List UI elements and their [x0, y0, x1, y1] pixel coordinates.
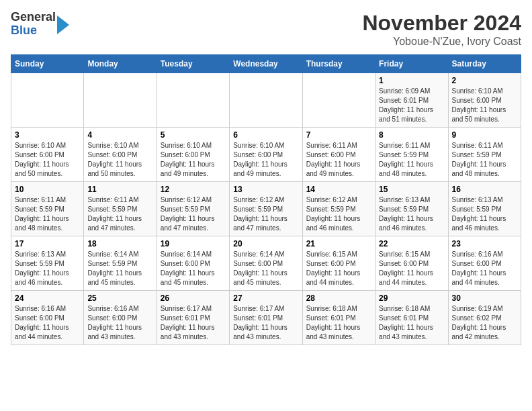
- day-info: Sunrise: 6:11 AM Sunset: 6:00 PM Dayligh…: [306, 141, 371, 179]
- logo: General Blue: [11, 11, 69, 38]
- day-info: Sunrise: 6:13 AM Sunset: 5:59 PM Dayligh…: [379, 195, 444, 233]
- calendar-cell: 21Sunrise: 6:15 AM Sunset: 6:00 PM Dayli…: [302, 236, 375, 291]
- calendar-cell: 1Sunrise: 6:09 AM Sunset: 6:01 PM Daylig…: [375, 73, 448, 128]
- calendar-week-row: 24Sunrise: 6:16 AM Sunset: 6:00 PM Dayli…: [11, 291, 521, 345]
- day-number: 3: [15, 130, 80, 140]
- calendar-cell: 16Sunrise: 6:13 AM Sunset: 5:59 PM Dayli…: [448, 182, 521, 236]
- day-info: Sunrise: 6:18 AM Sunset: 6:01 PM Dayligh…: [306, 304, 371, 342]
- calendar-cell: 27Sunrise: 6:17 AM Sunset: 6:01 PM Dayli…: [230, 291, 302, 345]
- day-number: 1: [379, 76, 444, 85]
- calendar-cell: 30Sunrise: 6:19 AM Sunset: 6:02 PM Dayli…: [448, 291, 521, 345]
- day-number: 19: [161, 239, 226, 248]
- day-info: Sunrise: 6:11 AM Sunset: 5:59 PM Dayligh…: [379, 141, 444, 179]
- day-info: Sunrise: 6:14 AM Sunset: 5:59 PM Dayligh…: [87, 250, 152, 287]
- day-number: 2: [452, 76, 517, 85]
- day-info: Sunrise: 6:15 AM Sunset: 6:00 PM Dayligh…: [306, 250, 371, 287]
- calendar-cell: 7Sunrise: 6:11 AM Sunset: 6:00 PM Daylig…: [302, 128, 375, 182]
- calendar-cell: [84, 73, 157, 128]
- weekday-header-row: SundayMondayTuesdayWednesdayThursdayFrid…: [11, 55, 521, 73]
- calendar-cell: 26Sunrise: 6:17 AM Sunset: 6:01 PM Dayli…: [157, 291, 229, 345]
- calendar-cell: 5Sunrise: 6:10 AM Sunset: 6:00 PM Daylig…: [157, 128, 229, 182]
- day-info: Sunrise: 6:16 AM Sunset: 6:00 PM Dayligh…: [87, 304, 152, 342]
- day-info: Sunrise: 6:11 AM Sunset: 5:59 PM Dayligh…: [15, 195, 80, 233]
- calendar-cell: 9Sunrise: 6:11 AM Sunset: 5:59 PM Daylig…: [448, 128, 521, 182]
- day-number: 9: [452, 130, 517, 140]
- day-number: 17: [15, 239, 80, 248]
- calendar-week-row: 17Sunrise: 6:13 AM Sunset: 5:59 PM Dayli…: [11, 236, 521, 291]
- calendar-cell: [11, 73, 84, 128]
- day-info: Sunrise: 6:19 AM Sunset: 6:02 PM Dayligh…: [452, 304, 517, 342]
- calendar-cell: 18Sunrise: 6:14 AM Sunset: 5:59 PM Dayli…: [84, 236, 157, 291]
- day-number: 11: [87, 185, 152, 194]
- day-number: 14: [306, 185, 371, 194]
- day-number: 21: [306, 239, 371, 248]
- calendar-cell: 23Sunrise: 6:16 AM Sunset: 6:00 PM Dayli…: [448, 236, 521, 291]
- day-info: Sunrise: 6:13 AM Sunset: 5:59 PM Dayligh…: [452, 195, 517, 233]
- calendar-cell: 17Sunrise: 6:13 AM Sunset: 5:59 PM Dayli…: [11, 236, 84, 291]
- day-number: 28: [306, 293, 371, 303]
- title-area: November 2024 Yoboue-N'Zue, Ivory Coast: [362, 11, 521, 48]
- page-subtitle: Yoboue-N'Zue, Ivory Coast: [362, 36, 521, 48]
- page-title: November 2024: [362, 11, 521, 36]
- calendar-week-row: 3Sunrise: 6:10 AM Sunset: 6:00 PM Daylig…: [11, 128, 521, 182]
- calendar-cell: 25Sunrise: 6:16 AM Sunset: 6:00 PM Dayli…: [84, 291, 157, 345]
- day-number: 23: [452, 239, 517, 248]
- weekday-header-wednesday: Wednesday: [230, 55, 302, 73]
- day-number: 7: [306, 130, 371, 140]
- calendar-week-row: 1Sunrise: 6:09 AM Sunset: 6:01 PM Daylig…: [11, 73, 521, 128]
- day-number: 22: [379, 239, 444, 248]
- day-info: Sunrise: 6:10 AM Sunset: 6:00 PM Dayligh…: [15, 141, 80, 179]
- calendar-cell: 4Sunrise: 6:10 AM Sunset: 6:00 PM Daylig…: [84, 128, 157, 182]
- weekday-header-monday: Monday: [84, 55, 157, 73]
- day-number: 26: [161, 293, 226, 303]
- weekday-header-sunday: Sunday: [11, 55, 84, 73]
- day-number: 15: [379, 185, 444, 194]
- day-info: Sunrise: 6:13 AM Sunset: 5:59 PM Dayligh…: [15, 250, 80, 287]
- calendar-cell: 10Sunrise: 6:11 AM Sunset: 5:59 PM Dayli…: [11, 182, 84, 236]
- weekday-header-thursday: Thursday: [302, 55, 375, 73]
- day-info: Sunrise: 6:10 AM Sunset: 6:00 PM Dayligh…: [452, 87, 517, 124]
- day-number: 29: [379, 293, 444, 303]
- day-info: Sunrise: 6:10 AM Sunset: 6:00 PM Dayligh…: [87, 141, 152, 179]
- calendar-week-row: 10Sunrise: 6:11 AM Sunset: 5:59 PM Dayli…: [11, 182, 521, 236]
- day-info: Sunrise: 6:17 AM Sunset: 6:01 PM Dayligh…: [233, 304, 298, 342]
- calendar-cell: [302, 73, 375, 128]
- day-info: Sunrise: 6:12 AM Sunset: 5:59 PM Dayligh…: [306, 195, 371, 233]
- weekday-header-saturday: Saturday: [448, 55, 521, 73]
- calendar-cell: 13Sunrise: 6:12 AM Sunset: 5:59 PM Dayli…: [230, 182, 302, 236]
- day-info: Sunrise: 6:14 AM Sunset: 6:00 PM Dayligh…: [161, 250, 226, 287]
- day-number: 8: [379, 130, 444, 140]
- day-info: Sunrise: 6:16 AM Sunset: 6:00 PM Dayligh…: [452, 250, 517, 287]
- calendar-cell: 15Sunrise: 6:13 AM Sunset: 5:59 PM Dayli…: [375, 182, 448, 236]
- logo-text: General Blue: [11, 11, 56, 38]
- day-info: Sunrise: 6:16 AM Sunset: 6:00 PM Dayligh…: [15, 304, 80, 342]
- day-number: 24: [15, 293, 80, 303]
- day-number: 16: [452, 185, 517, 194]
- calendar-cell: 8Sunrise: 6:11 AM Sunset: 5:59 PM Daylig…: [375, 128, 448, 182]
- calendar-cell: 29Sunrise: 6:18 AM Sunset: 6:01 PM Dayli…: [375, 291, 448, 345]
- weekday-header-friday: Friday: [375, 55, 448, 73]
- day-number: 10: [15, 185, 80, 194]
- day-info: Sunrise: 6:10 AM Sunset: 6:00 PM Dayligh…: [233, 141, 298, 179]
- day-number: 25: [87, 293, 152, 303]
- day-info: Sunrise: 6:18 AM Sunset: 6:01 PM Dayligh…: [379, 304, 444, 342]
- calendar-cell: 28Sunrise: 6:18 AM Sunset: 6:01 PM Dayli…: [302, 291, 375, 345]
- day-number: 20: [233, 239, 298, 248]
- day-info: Sunrise: 6:12 AM Sunset: 5:59 PM Dayligh…: [161, 195, 226, 233]
- day-number: 4: [87, 130, 152, 140]
- day-info: Sunrise: 6:10 AM Sunset: 6:00 PM Dayligh…: [161, 141, 226, 179]
- calendar-cell: 3Sunrise: 6:10 AM Sunset: 6:00 PM Daylig…: [11, 128, 84, 182]
- calendar-cell: 19Sunrise: 6:14 AM Sunset: 6:00 PM Dayli…: [157, 236, 229, 291]
- day-number: 18: [87, 239, 152, 248]
- logo-general: General: [11, 11, 56, 24]
- calendar-table: SundayMondayTuesdayWednesdayThursdayFrid…: [11, 54, 521, 345]
- day-info: Sunrise: 6:12 AM Sunset: 5:59 PM Dayligh…: [233, 195, 298, 233]
- day-info: Sunrise: 6:17 AM Sunset: 6:01 PM Dayligh…: [161, 304, 226, 342]
- day-number: 30: [452, 293, 517, 303]
- calendar-cell: 14Sunrise: 6:12 AM Sunset: 5:59 PM Dayli…: [302, 182, 375, 236]
- day-info: Sunrise: 6:09 AM Sunset: 6:01 PM Dayligh…: [379, 87, 444, 124]
- day-number: 5: [161, 130, 226, 140]
- weekday-header-tuesday: Tuesday: [157, 55, 229, 73]
- logo-arrow-icon: [57, 15, 69, 34]
- logo-blue: Blue: [11, 24, 56, 38]
